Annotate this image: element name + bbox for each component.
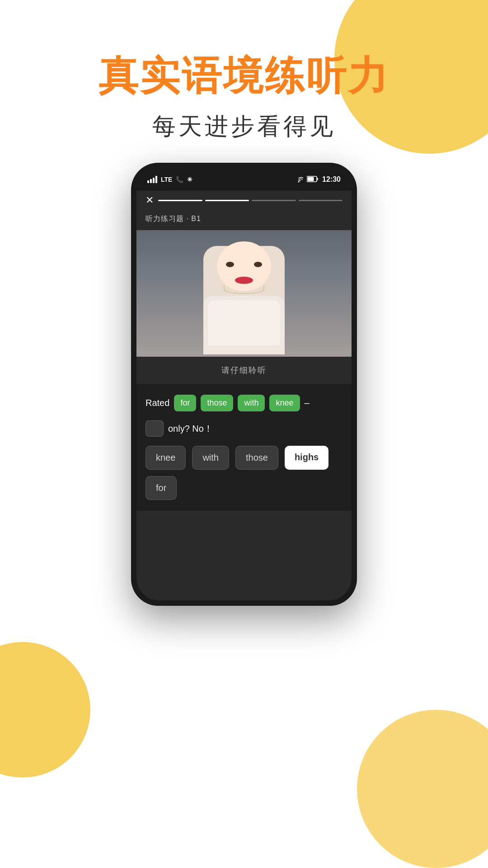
phone-mockup: LTE 📞 ✳ bbox=[131, 163, 357, 606]
decorative-circle-bottom-right bbox=[357, 710, 488, 868]
signal-bar-4 bbox=[155, 176, 157, 183]
signal-bars bbox=[147, 176, 157, 183]
svg-rect-3 bbox=[308, 177, 314, 181]
char-eye-right bbox=[254, 262, 262, 267]
char-eyes bbox=[226, 262, 262, 269]
phone-screen: LTE 📞 ✳ bbox=[136, 168, 352, 600]
progress-seg-2 bbox=[205, 200, 249, 201]
char-lips bbox=[235, 277, 253, 284]
progress-bars bbox=[158, 200, 343, 201]
status-bar: LTE 📞 ✳ bbox=[136, 168, 352, 191]
close-button[interactable]: ✕ bbox=[145, 194, 154, 206]
option-for[interactable]: for bbox=[145, 476, 177, 500]
option-with[interactable]: with bbox=[192, 446, 229, 470]
option-knee[interactable]: knee bbox=[145, 446, 186, 470]
signal-bar-3 bbox=[153, 178, 155, 183]
second-sentence-row: only? No！ bbox=[145, 420, 343, 437]
word-chip-for[interactable]: for bbox=[174, 395, 196, 411]
progress-area: ✕ bbox=[136, 191, 352, 210]
word-chip-with[interactable]: with bbox=[238, 395, 265, 411]
character bbox=[199, 232, 289, 354]
progress-seg-4 bbox=[299, 200, 343, 201]
char-necklace bbox=[224, 286, 264, 294]
char-eye-left bbox=[226, 262, 234, 267]
word-chip-those[interactable]: those bbox=[201, 395, 233, 411]
sub-title: 每天进步看得见 bbox=[0, 111, 488, 142]
signal-bar-2 bbox=[150, 179, 152, 183]
bluetooth-icon: ✳ bbox=[187, 176, 192, 183]
sentence-row: Rated for those with knee – bbox=[145, 395, 343, 411]
battery-icon bbox=[307, 176, 319, 184]
only-no-text: only? No！ bbox=[168, 423, 213, 435]
status-bar-right: 12:30 bbox=[294, 175, 341, 184]
header-section: 真实语境练听力 每天进步看得见 bbox=[0, 54, 488, 142]
word-panel: Rated for those with knee – only? No！ kn… bbox=[136, 384, 352, 511]
options-row[interactable]: knee with those highs for bbox=[145, 446, 343, 500]
call-icon: 📞 bbox=[176, 176, 183, 183]
progress-seg-3 bbox=[252, 200, 296, 201]
listen-text: 请仔细聆听 bbox=[136, 357, 352, 384]
notch bbox=[208, 168, 280, 184]
rated-word: Rated bbox=[145, 398, 169, 408]
wifi-icon bbox=[294, 175, 303, 184]
progress-seg-1 bbox=[158, 200, 202, 201]
dash-symbol: – bbox=[305, 398, 310, 408]
decorative-circle-bottom-left bbox=[0, 642, 90, 778]
main-title: 真实语境练听力 bbox=[0, 54, 488, 98]
status-bar-left: LTE 📞 ✳ bbox=[147, 176, 192, 183]
lte-indicator: LTE bbox=[161, 176, 172, 183]
option-those[interactable]: those bbox=[235, 446, 278, 470]
svg-point-0 bbox=[298, 181, 300, 182]
phone-outer: LTE 📞 ✳ bbox=[131, 163, 357, 606]
exercise-label: 听力练习题 · B1 bbox=[136, 210, 352, 230]
svg-rect-2 bbox=[317, 178, 318, 180]
word-chip-knee[interactable]: knee bbox=[269, 395, 300, 411]
video-frame bbox=[136, 230, 352, 357]
signal-bar-1 bbox=[147, 180, 149, 183]
char-dress-detail bbox=[208, 300, 280, 345]
option-highs[interactable]: highs bbox=[285, 446, 328, 470]
blank-chip[interactable] bbox=[145, 420, 164, 437]
character-container bbox=[136, 230, 352, 357]
status-time: 12:30 bbox=[322, 175, 341, 184]
